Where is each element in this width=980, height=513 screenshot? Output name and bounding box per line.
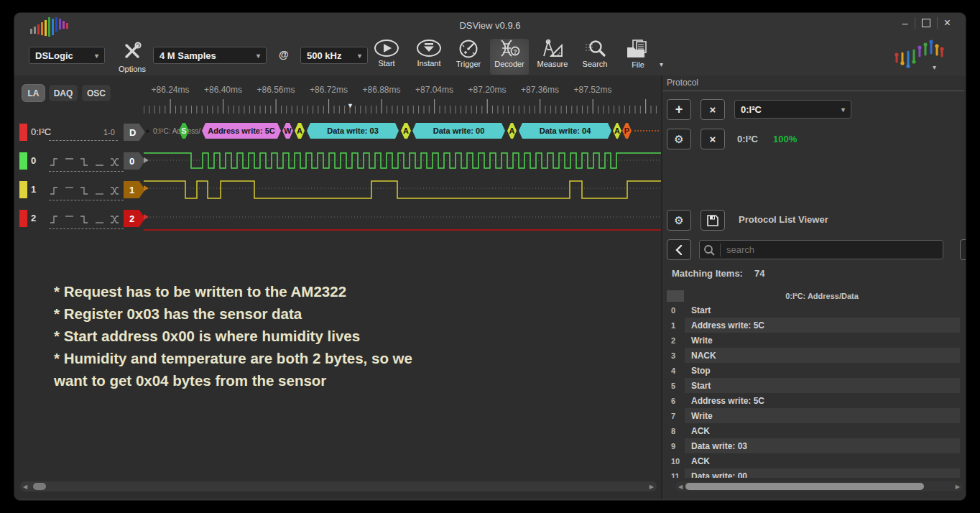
protocol-list-row[interactable]: 10ACK [662,453,960,468]
decoder-instance-name: 0:I²C [737,134,758,144]
tab-daq[interactable]: DAQ [48,84,78,102]
protocol-list-row[interactable]: 6Address write: 5C [662,393,960,408]
decoder-annotation[interactable]: A [507,123,517,139]
channel1-color-swatch[interactable] [19,181,27,198]
minimize-button[interactable]: – [896,17,915,29]
sample-rate-select[interactable]: 500 kHz▾ [300,47,368,64]
svg-text:?: ? [513,48,517,55]
decoder-annotation[interactable]: Address write: 5C [202,123,281,139]
protocol-list-row[interactable]: 1Address write: 5C [662,318,960,333]
decoder-annotation[interactable]: A [613,123,621,139]
gauge-icon [458,39,479,58]
tab-la[interactable]: LA [22,84,45,102]
user-note-text: * Request has to be written to the AM232… [54,280,550,392]
chevron-down-icon: ▾ [358,52,361,60]
tab-osc[interactable]: OSC [81,84,111,102]
start-button[interactable]: Start [366,39,407,75]
maximize-icon[interactable] [922,19,930,27]
search-input[interactable] [721,244,943,255]
decoder-annotation[interactable]: A [401,123,411,139]
scroll-right-icon[interactable]: ▶ [953,484,963,490]
scroll-left-icon[interactable]: ◀ [20,484,30,490]
chevron-down-icon: ▾ [256,52,260,60]
decoder-color-swatch[interactable] [19,124,27,141]
list-horizontal-scrollbar[interactable]: ◀ ▶ [675,481,963,491]
decoder-annotation[interactable]: S [179,123,189,139]
protocol-list-row[interactable]: 4Stop [662,363,960,378]
row-value: Address write: 5C [685,393,960,408]
chevron-left-icon [675,245,683,255]
dna-decoder-icon: ? [498,39,521,58]
protocol-dock-divider [662,91,964,91]
protocol-list-row[interactable]: 2Write [662,333,960,348]
list-settings-button[interactable]: ⚙ [667,210,691,231]
waveform-traces[interactable] [144,147,661,234]
decoder-annotation[interactable]: P [622,123,632,139]
row-value: Data write: 00 [685,468,960,478]
row-value: ACK [685,423,960,438]
channel2-trigger-mode-icons[interactable] [49,214,121,225]
protocol-list-row[interactable]: 8ACK [662,423,960,438]
row-index: 11 [662,472,685,479]
dreamsourcelab-logo-icon [891,39,948,69]
prev-match-button[interactable] [667,239,691,260]
main-horizontal-scrollbar[interactable]: ◀ ▶ [20,481,657,491]
scroll-left-icon[interactable]: ◀ [675,484,685,490]
protocol-dock-title: Protocol [667,78,698,88]
table-corner-cell [667,290,684,302]
channel2-underline [49,228,124,229]
protocol-list-row[interactable]: 5Start [662,378,960,393]
scroll-right-icon[interactable]: ▶ [647,484,657,490]
decoder-annotation[interactable]: A [295,123,305,139]
floppy-disk-icon [707,215,718,226]
protocol-list-row[interactable]: 9Data write: 03 [662,438,960,453]
add-decoder-button[interactable]: + [667,99,691,120]
cursor-marker-icon[interactable]: ▼ [347,102,353,109]
decoder-button[interactable]: ? Decoder [490,39,529,75]
measure-button[interactable]: Measure [532,39,573,75]
row-value: Start [685,302,960,318]
file-button[interactable]: File [616,39,660,75]
protocol-list-row[interactable]: 7Write [662,408,960,423]
decoder-annotation[interactable]: Data write: 00 [412,123,505,139]
options-button[interactable]: Options [114,40,151,75]
decoder-annotation[interactable]: W [282,123,293,139]
decoder-delete-button[interactable]: × [701,129,725,149]
file-menu-caret-icon[interactable]: ▾ [660,60,663,68]
logo-menu-caret-icon[interactable]: ▾ [933,63,936,71]
decoder-name-underline [49,140,118,141]
chevron-down-icon: ▾ [841,106,845,114]
sample-count-select[interactable]: 4 M Samples▾ [153,47,267,64]
channel0-color-swatch[interactable] [19,152,27,170]
row-value: ACK [685,453,960,468]
matching-items-label: Matching Items: [672,268,743,279]
search-button[interactable]: Search [575,39,615,75]
channel0-trigger-mode-icons[interactable] [49,157,121,167]
time-ruler-ticks [144,96,661,115]
protocol-list-row[interactable]: 11Data write: 00 [662,468,960,478]
remove-decoder-button[interactable]: × [701,99,725,120]
decode-progress: 100% [773,134,797,144]
scrollbar-thumb[interactable] [685,483,924,490]
protocol-list-row[interactable]: 3NACK [662,348,960,363]
channel2-color-swatch[interactable] [19,210,27,227]
row-index: 2 [662,336,685,345]
decoder-annotation[interactable]: Data write: 03 [307,123,399,139]
table-column-header: 0:I²C: Address/Data [684,292,960,300]
decoder-settings-button[interactable]: ⚙ [667,129,691,149]
decoder-name: 0:I²C [31,126,51,137]
channel1-trigger-mode-icons[interactable] [49,185,121,196]
device-select[interactable]: DSLogic▾ [29,47,105,64]
protocol-list-row[interactable]: 0Start [662,302,960,318]
row-value: Address write: 5C [685,318,960,333]
instant-button[interactable]: Instant [409,39,449,75]
save-list-button[interactable] [701,210,725,231]
close-button[interactable]: × [938,17,957,29]
trigger-button[interactable]: Trigger [448,39,489,75]
decoder-annotation[interactable]: Data write: 04 [519,123,611,139]
row-value: Write [685,408,960,423]
protocol-list-table[interactable]: 0:I²C: Address/Data 0Start1Address write… [662,289,960,478]
decoder-select[interactable]: 0:I²C▾ [734,100,851,119]
next-match-button[interactable] [960,239,966,260]
scrollbar-thumb[interactable] [33,483,46,490]
